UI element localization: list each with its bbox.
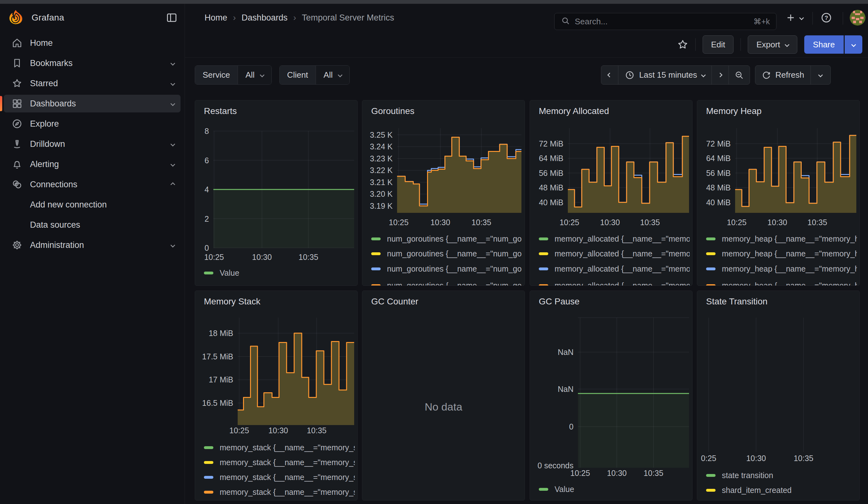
svg-text:3.24 K: 3.24 K — [370, 142, 393, 151]
breadcrumb-home[interactable]: Home — [205, 13, 227, 23]
legend-item[interactable]: memory_allocated {__name__="memo — [539, 233, 690, 245]
legend-item[interactable]: Value — [539, 483, 690, 495]
legend-item[interactable]: memory_stack {__name__="memory_s — [204, 486, 355, 498]
sidebar-item-administration[interactable]: Administration — [0, 236, 185, 254]
panel-gc-pause: GC Pause10:2510:3010:35NaNNaN00 secondsV… — [530, 290, 693, 501]
sidebar-item-drilldown[interactable]: Drilldown — [0, 135, 185, 153]
svg-text:40 MiB: 40 MiB — [706, 198, 731, 207]
brand[interactable]: Grafana — [8, 4, 64, 32]
svg-text:2: 2 — [205, 214, 209, 223]
svg-text:10:35: 10:35 — [299, 253, 319, 261]
legend-label: memory_heap {__name__="memory_h — [722, 234, 857, 244]
refresh-label: Refresh — [776, 70, 804, 80]
legend-item[interactable]: num_goroutines {__name__="num_go — [371, 233, 522, 245]
legend-swatch-icon — [539, 488, 548, 491]
svg-text:10:35: 10:35 — [307, 426, 327, 435]
legend-item-clipped[interactable]: num_goroutines {__name__="num_go — [371, 280, 522, 286]
panel-goroutines: Goroutines10:2510:3010:353.25 K3.24 K3.2… — [362, 100, 525, 286]
legend-item[interactable]: memory_allocated {__name__="memo — [539, 263, 690, 275]
add-new-button[interactable] — [785, 11, 803, 25]
user-avatar[interactable] — [850, 10, 866, 25]
svg-text:3.19 K: 3.19 K — [370, 202, 393, 210]
dock-sidebar-icon[interactable] — [165, 11, 179, 25]
breadcrumb-separator: › — [233, 13, 236, 23]
legend-item[interactable]: state transition — [706, 470, 857, 481]
chevron-down-icon — [170, 61, 175, 66]
chevron-down-icon — [170, 142, 175, 146]
legend-item-clipped[interactable]: memory_allocated {__name__="memo — [539, 280, 690, 286]
sidebar-item-bookmarks[interactable]: Bookmarks — [0, 54, 185, 72]
svg-text:10:35: 10:35 — [794, 454, 813, 463]
legend-item[interactable]: memory_heap {__name__="memory_h — [706, 263, 857, 275]
svg-text:56 MiB: 56 MiB — [539, 169, 564, 177]
share-button[interactable]: Share — [804, 35, 844, 54]
sidebar-item-label: Dashboards — [30, 99, 76, 109]
chevron-down-icon — [818, 73, 823, 78]
legend-label: state transition — [722, 471, 773, 480]
plus-icon — [785, 12, 796, 23]
panel-title-gc-counter[interactable]: GC Counter — [371, 297, 418, 307]
svg-text:0: 0 — [205, 244, 209, 252]
chevron-down-icon — [851, 42, 856, 47]
client-filter-value[interactable]: All — [316, 66, 349, 84]
svg-text:10:25: 10:25 — [389, 218, 409, 227]
legend-item[interactable]: num_goroutines {__name__="num_go — [371, 263, 522, 275]
svg-text:3.23 K: 3.23 K — [370, 154, 393, 163]
grafana-app: Grafana Home › Dashboards › Temporal Ser… — [0, 0, 868, 504]
legend-item[interactable]: memory_stack {__name__="memory_s — [204, 442, 355, 453]
export-button[interactable]: Export — [748, 35, 797, 54]
svg-text:3.25 K: 3.25 K — [370, 131, 393, 139]
sidebar-item-explore[interactable]: Explore — [0, 115, 185, 133]
breadcrumb-dashboards[interactable]: Dashboards — [241, 13, 288, 23]
legend-item-clipped[interactable]: memory_heap {__name__="memory_h — [706, 280, 857, 286]
legend-item[interactable]: memory_heap {__name__="memory_h — [706, 248, 857, 260]
star-icon — [677, 39, 689, 50]
legend-item[interactable]: memory_allocated {__name__="memo — [539, 248, 690, 260]
svg-text:3.20 K: 3.20 K — [370, 189, 393, 198]
help-button[interactable]: ? — [819, 11, 833, 25]
share-dropdown-button[interactable] — [845, 35, 862, 54]
chevron-down-icon — [799, 15, 804, 20]
search-input[interactable] — [575, 17, 749, 27]
service-filter-value[interactable]: All — [238, 66, 271, 84]
legend-item[interactable]: memory_heap {__name__="memory_h — [706, 233, 857, 245]
legend-label: memory_allocated {__name__="memo — [555, 281, 690, 286]
window-top-strip — [0, 0, 868, 4]
svg-text:16.5 MiB: 16.5 MiB — [202, 399, 233, 407]
sidebar-item-data-sources[interactable]: Data sources — [0, 216, 185, 234]
svg-text:NaN: NaN — [558, 348, 574, 357]
legend-item[interactable]: shard_item_created — [706, 484, 857, 496]
compass-icon — [11, 118, 23, 130]
refresh-interval-dropdown[interactable] — [811, 66, 830, 84]
legend-label: memory_allocated {__name__="memo — [555, 234, 690, 244]
time-shift-back-button[interactable] — [601, 66, 618, 84]
star-dashboard-button[interactable] — [677, 39, 689, 50]
legend-swatch-icon — [706, 489, 715, 492]
search-box[interactable]: ⌘+k — [554, 13, 776, 30]
refresh-button[interactable]: Refresh — [755, 66, 811, 84]
legend-swatch-icon — [371, 267, 381, 270]
time-shift-forward-button[interactable] — [712, 66, 729, 84]
breadcrumb-current-page: Temporal Server Metrics — [302, 13, 394, 23]
sidebar-item-label: Connections — [30, 180, 78, 189]
legend-item[interactable]: memory_stack {__name__="memory_s — [204, 457, 355, 468]
time-range-picker[interactable]: Last 15 minutes — [618, 66, 712, 84]
sidebar-item-starred[interactable]: Starred — [0, 74, 185, 92]
panel-memory-heap: Memory Heap10:2510:3010:3572 MiB64 MiB56… — [697, 100, 860, 286]
sidebar-item-dashboards[interactable]: Dashboards — [0, 95, 185, 112]
sidebar-item-alerting[interactable]: Alerting — [0, 155, 185, 173]
legend-swatch-icon — [371, 284, 381, 286]
legend-item[interactable]: num_goroutines {__name__="num_go — [371, 248, 522, 260]
legend-item[interactable]: Value — [204, 267, 355, 278]
sidebar-item-home[interactable]: Home — [0, 34, 185, 52]
legend-label: memory_allocated {__name__="memo — [555, 249, 690, 258]
sidebar-item-add-new-connection[interactable]: Add new connection — [0, 196, 185, 214]
zoom-out-button[interactable] — [729, 66, 750, 84]
sidebar-item-label: Explore — [30, 119, 59, 129]
bookmark-icon — [11, 58, 23, 69]
service-filter: Service All — [195, 65, 272, 85]
sidebar-item-connections[interactable]: Connections — [0, 176, 185, 193]
legend-label: memory_stack {__name__="memory_s — [220, 458, 355, 467]
legend-item[interactable]: memory_stack {__name__="memory_s — [204, 472, 355, 483]
edit-button[interactable]: Edit — [703, 35, 734, 54]
